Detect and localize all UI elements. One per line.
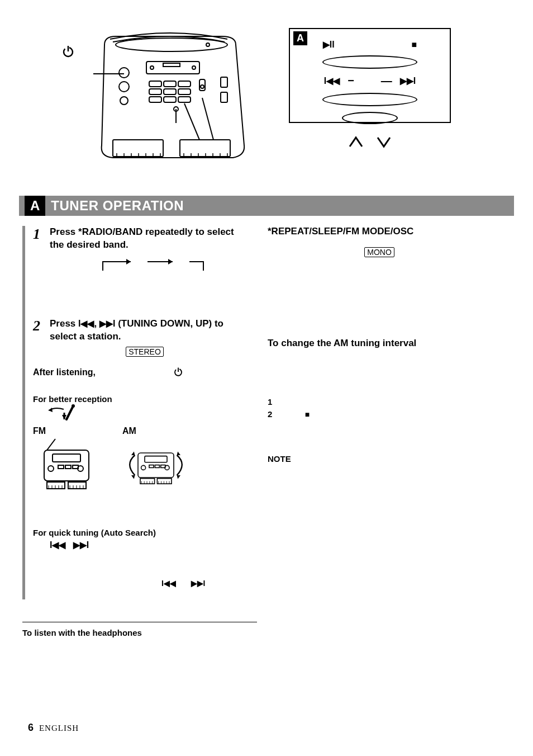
- language-label: ENGLISH: [39, 724, 79, 733]
- step2-c: (TUNING DOWN, UP) to: [115, 318, 223, 329]
- svg-rect-14: [149, 89, 161, 94]
- list-num-2: 2: [268, 409, 272, 419]
- svg-rect-27: [180, 140, 230, 157]
- svg-rect-11: [149, 81, 161, 87]
- skip-fwd-icon-3: ▶▶I: [191, 579, 206, 588]
- svg-marker-94: [131, 451, 135, 455]
- svg-point-10: [120, 97, 128, 105]
- headphones-heading: To listen with the headphones: [22, 628, 511, 637]
- auto-search-icons: I◀◀ ▶▶I: [50, 540, 256, 550]
- step2-line2: select a station.: [50, 330, 223, 343]
- step-2: 2 Press I◀◀, ▶▶I (TUNING DOWN, UP) to se…: [33, 318, 256, 343]
- stop-icon: ■: [412, 40, 417, 50]
- svg-rect-15: [164, 89, 176, 94]
- svg-rect-26: [113, 140, 163, 157]
- svg-rect-19: [178, 97, 191, 102]
- footer-separator: [22, 622, 257, 622]
- oval-button-mid: [322, 93, 417, 106]
- step-1: 1 Press *RADIO/BAND repeatedly to select…: [33, 226, 256, 252]
- svg-point-9: [119, 82, 129, 92]
- svg-point-51: [72, 404, 75, 408]
- oval-button-small: [342, 112, 398, 124]
- svg-rect-18: [164, 97, 176, 102]
- svg-point-77: [141, 465, 146, 470]
- antenna-icon: [44, 404, 78, 420]
- svg-line-50: [66, 406, 73, 419]
- auto-search-icons-b: I◀◀ ▶▶I: [161, 578, 256, 588]
- svg-marker-45: [126, 259, 131, 264]
- band-loop-diagram: [50, 256, 256, 273]
- after-listening-label: After listening,: [33, 367, 96, 377]
- oval-button-top: [322, 55, 417, 69]
- svg-rect-13: [178, 81, 191, 87]
- play-pause-icon: ▶II: [323, 39, 335, 50]
- device-illustration: [82, 28, 266, 185]
- svg-line-74: [47, 439, 55, 450]
- remote-tag-letter: A: [293, 31, 307, 45]
- mode-heading: *REPEAT/SLEEP/FM MODE/OSC: [268, 226, 491, 237]
- am-device-icon: [122, 436, 189, 492]
- svg-rect-79: [155, 465, 159, 467]
- right-column: *REPEAT/SLEEP/FM MODE/OSC MONO To change…: [268, 226, 491, 588]
- step1-line2: the desired band.: [50, 239, 234, 252]
- svg-rect-12: [164, 81, 176, 87]
- svg-rect-23: [221, 92, 227, 102]
- fm-label: FM: [33, 426, 100, 436]
- svg-rect-58: [58, 465, 64, 469]
- svg-point-7: [192, 66, 196, 69]
- skip-fwd-icon: ▶▶I: [99, 319, 115, 328]
- svg-rect-59: [65, 465, 71, 469]
- page-footer: 6 ENGLISH: [28, 722, 79, 734]
- chevron-down-icon: [375, 134, 392, 150]
- mono-indicator: MONO: [364, 247, 394, 257]
- remote-buttons: ▶II ■ I◀◀ − — ▶▶I: [296, 39, 444, 124]
- step-number: 1: [33, 226, 45, 252]
- svg-line-42: [202, 98, 213, 140]
- skip-back-icon-3: I◀◀: [161, 579, 176, 588]
- svg-rect-76: [145, 456, 167, 462]
- svg-marker-97: [177, 475, 180, 479]
- after-listening-row: After listening,: [33, 367, 256, 377]
- step2-a: Press: [50, 318, 78, 329]
- step1-line1: Press *RADIO/BAND repeatedly to select: [50, 226, 234, 239]
- svg-rect-16: [178, 89, 191, 94]
- section-letter: A: [25, 196, 45, 216]
- manual-page: A ▶II ■ I◀◀ − — ▶▶I: [0, 0, 533, 756]
- fm-device-icon: [33, 436, 100, 492]
- top-figure-area: A ▶II ■ I◀◀ − — ▶▶I: [22, 28, 511, 185]
- svg-point-21: [201, 85, 204, 88]
- svg-rect-78: [149, 465, 154, 467]
- next-icon: ▶▶I: [400, 75, 416, 86]
- left-column: 1 Press *RADIO/BAND repeatedly to select…: [33, 226, 256, 588]
- svg-point-57: [48, 466, 54, 471]
- step-number: 2: [33, 318, 45, 343]
- am-label: AM: [122, 426, 189, 436]
- stereo-indicator: STEREO: [126, 347, 164, 357]
- chevron-up-icon: [348, 134, 364, 150]
- skip-back-icon-2: I◀◀: [50, 540, 65, 550]
- note-heading: NOTE: [268, 454, 491, 464]
- prev-icon: I◀◀: [324, 75, 340, 86]
- am-interval-heading: To change the AM tuning interval: [268, 338, 491, 349]
- svg-rect-22: [221, 77, 227, 87]
- content-columns: 1 Press *RADIO/BAND repeatedly to select…: [22, 226, 511, 599]
- svg-point-8: [119, 68, 129, 78]
- svg-marker-95: [131, 475, 135, 479]
- list-num-1: 1: [268, 397, 272, 407]
- power-icon-inline: [173, 367, 183, 377]
- section-banner: A TUNER OPERATION: [19, 196, 514, 216]
- reception-row: FM AM: [33, 426, 256, 494]
- step2-b: ,: [94, 318, 99, 329]
- svg-rect-17: [149, 97, 161, 102]
- page-number: 6: [28, 722, 34, 733]
- svg-marker-96: [177, 451, 180, 455]
- remote-panel-box: A ▶II ■ I◀◀ − — ▶▶I: [289, 28, 451, 123]
- power-icon: [61, 45, 75, 60]
- list-items: 1 2 ■: [268, 396, 491, 420]
- skip-back-icon: I◀◀: [78, 319, 94, 328]
- svg-rect-5: [163, 63, 180, 67]
- svg-rect-56: [53, 454, 80, 462]
- skip-fwd-icon-2: ▶▶I: [73, 540, 89, 550]
- section-title: TUNER OPERATION: [51, 198, 184, 214]
- auto-search-heading: For quick tuning (Auto Search): [33, 528, 256, 537]
